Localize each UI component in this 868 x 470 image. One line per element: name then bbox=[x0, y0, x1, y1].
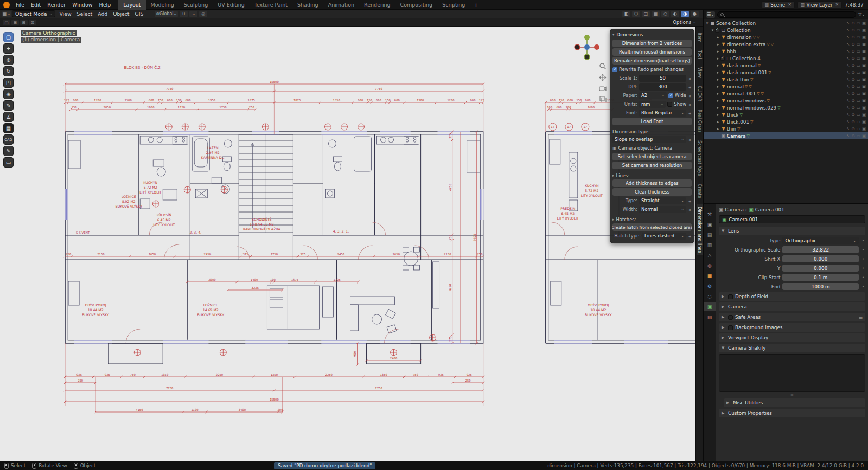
render-disable-icon[interactable]: ▣ bbox=[862, 98, 866, 103]
remake-dimension-button[interactable]: Remake dimension(load settings) bbox=[612, 57, 692, 65]
hide-icon[interactable]: ⊙ bbox=[852, 42, 855, 47]
tab-texture[interactable]: ▨ bbox=[704, 312, 716, 321]
anim-dot-icon[interactable]: • bbox=[861, 285, 865, 289]
lens-type-dropdown[interactable]: Orthographic⌄ bbox=[782, 237, 859, 244]
tab-physics[interactable]: ◌ bbox=[704, 292, 716, 301]
hide-icon[interactable]: ⊙ bbox=[852, 126, 855, 131]
dpi-field[interactable]: 300 bbox=[639, 83, 686, 91]
scale-field[interactable]: 50 bbox=[639, 75, 686, 82]
viewport-menu-add[interactable]: Add bbox=[95, 11, 110, 17]
data-name-field[interactable]: ▣ Camera.001 bbox=[719, 215, 865, 223]
viewport-disable-icon[interactable]: ▭ bbox=[857, 56, 860, 61]
panel-depth-of-field-header[interactable]: ▶Depth of Field☰ bbox=[719, 292, 865, 301]
tool-add-cube[interactable]: ▦ bbox=[3, 123, 14, 133]
selectable-icon[interactable]: ↖ bbox=[846, 98, 850, 103]
render-disable-icon[interactable]: ▣ bbox=[862, 112, 866, 117]
selectable-icon[interactable]: ↖ bbox=[846, 42, 850, 47]
selectable-icon[interactable]: ↖ bbox=[846, 70, 850, 75]
wide-checkbox[interactable] bbox=[668, 93, 673, 98]
units-dropdown[interactable]: mm⌄ bbox=[639, 101, 666, 108]
mode-dropdown[interactable]: Object Mode ⌄ bbox=[12, 10, 55, 17]
render-disable-icon[interactable]: ▣ bbox=[862, 84, 866, 89]
expander-icon[interactable]: ▸ bbox=[716, 78, 720, 82]
shading-wireframe-icon[interactable]: ○ bbox=[661, 11, 669, 17]
selectable-icon[interactable]: ↖ bbox=[846, 35, 850, 40]
tab-scene[interactable]: △ bbox=[704, 250, 716, 260]
menu-edit[interactable]: Edit bbox=[28, 0, 44, 10]
show-checkbox[interactable] bbox=[667, 102, 672, 107]
viewport-disable-icon[interactable]: ▭ bbox=[857, 28, 860, 33]
viewport-disable-icon[interactable]: ▭ bbox=[857, 35, 860, 40]
perspective-toggle-icon[interactable] bbox=[599, 95, 607, 102]
workspace-tab-animation[interactable]: Animation bbox=[323, 0, 359, 10]
render-disable-icon[interactable]: ▣ bbox=[862, 28, 866, 33]
panel-camera-shakify-header[interactable]: ▼Camera Shakify bbox=[719, 344, 865, 352]
ortho-scale-field[interactable]: 32.822 bbox=[782, 246, 859, 253]
tool-transform[interactable]: ◈ bbox=[3, 89, 14, 99]
workspace-tab-scripting[interactable]: Scripting bbox=[437, 0, 470, 10]
filter-icon[interactable]: ▽⌄ bbox=[858, 12, 865, 17]
render-disable-icon[interactable]: ▣ bbox=[862, 133, 866, 138]
expander-icon[interactable]: ▸ bbox=[716, 127, 720, 131]
workspace-tab-uv-editing[interactable]: UV Editing bbox=[213, 0, 250, 10]
tool-mode-int-icon[interactable]: ⊡ bbox=[29, 20, 36, 25]
render-disable-icon[interactable]: ▣ bbox=[862, 49, 866, 54]
outliner-row-collection[interactable]: ▾▢Collection↖⊙▭▣ bbox=[704, 27, 868, 34]
outliner-row-thick-001[interactable]: ▸▼thick.001▽↖⊙▭▣ bbox=[704, 118, 868, 125]
view-layer-unlink-icon[interactable]: ✕ bbox=[835, 2, 839, 7]
clip-start-field[interactable]: 0.1 m bbox=[782, 274, 859, 281]
font-dropdown[interactable]: Bfont Regular⌄ bbox=[639, 110, 686, 117]
viewport-disable-icon[interactable]: ▭ bbox=[857, 49, 860, 54]
anim-dot-icon[interactable]: • bbox=[861, 266, 865, 271]
expander-icon[interactable]: ▸ bbox=[716, 56, 720, 61]
dimension-type-dropdown[interactable]: Slope no overlap⌄ bbox=[612, 136, 686, 143]
workspace-tab-layout[interactable]: Layout bbox=[118, 0, 145, 10]
hide-icon[interactable]: ⊙ bbox=[852, 35, 855, 40]
line-width-dropdown[interactable]: Normal⌄ bbox=[639, 206, 686, 213]
viewport-disable-icon[interactable]: ▭ bbox=[857, 91, 860, 96]
tab-data-camera[interactable]: ▣ bbox=[704, 302, 716, 311]
move-view-icon[interactable] bbox=[599, 74, 607, 81]
zoom-icon[interactable] bbox=[599, 62, 607, 70]
outliner-row-thin[interactable]: ▸▼thin▽↖⊙▭▣ bbox=[704, 125, 868, 132]
selectable-icon[interactable]: ↖ bbox=[846, 28, 850, 33]
collapse-icon[interactable]: ▾ bbox=[612, 33, 615, 37]
sidebar-tab-tool[interactable]: Tool bbox=[697, 48, 703, 62]
hide-icon[interactable]: ⊙ bbox=[852, 133, 855, 138]
outliner-search-input[interactable] bbox=[717, 11, 856, 18]
tool-annotate[interactable]: ✎ bbox=[3, 100, 14, 111]
outliner-row-dash-normal-001[interactable]: ▸▼dash normal.001▽↖⊙▭▣ bbox=[704, 69, 868, 76]
navigation-gizmo[interactable] bbox=[572, 32, 602, 63]
sidebar-tab-item[interactable]: Item bbox=[697, 30, 703, 45]
background-images-checkbox[interactable] bbox=[728, 325, 733, 330]
outliner-row-normal-windows[interactable]: ▸▼normal windows▽↖⊙▭▣ bbox=[704, 97, 868, 104]
panel-misc-utilities-header[interactable]: ▶Misc Utilities bbox=[724, 398, 865, 407]
render-disable-icon[interactable]: ▣ bbox=[862, 119, 866, 124]
menu-help[interactable]: Help bbox=[96, 0, 114, 10]
tool-mode-new-icon[interactable]: ⊞ bbox=[11, 20, 19, 25]
line-type-dropdown[interactable]: Straight⌄ bbox=[639, 197, 686, 204]
expander-icon[interactable]: ▸ bbox=[716, 63, 720, 68]
panel-menu-icon[interactable]: ☰ bbox=[859, 294, 863, 299]
selectable-icon[interactable]: ↖ bbox=[846, 105, 850, 110]
expander-icon[interactable]: ▾ bbox=[710, 28, 715, 33]
tab-tool[interactable]: ⚒ bbox=[704, 209, 716, 218]
viewport-disable-icon[interactable]: ▭ bbox=[857, 105, 860, 110]
hide-icon[interactable]: ⊙ bbox=[852, 28, 855, 33]
selectable-icon[interactable]: ↖ bbox=[846, 49, 850, 54]
outliner-row-thick[interactable]: ▸▼thick▽↖⊙▭▣ bbox=[704, 111, 868, 118]
workspace-tab-rendering[interactable]: Rendering bbox=[359, 0, 395, 10]
viewport-disable-icon[interactable]: ▭ bbox=[857, 98, 860, 103]
hide-icon[interactable]: ⊙ bbox=[852, 91, 855, 96]
hide-icon[interactable]: ⊙ bbox=[852, 112, 855, 117]
xray-icon[interactable]: ▦ bbox=[652, 11, 660, 17]
hide-icon[interactable]: ⊙ bbox=[852, 56, 855, 61]
set-selected-camera-button[interactable]: Set selected object as camera bbox=[612, 153, 692, 160]
blender-logo-icon[interactable] bbox=[3, 2, 10, 8]
create-hatch-button[interactable]: Create hatch from selected closed area bbox=[612, 223, 692, 231]
render-disable-icon[interactable]: ▣ bbox=[862, 105, 866, 110]
shift-x-field[interactable]: 0.000 bbox=[782, 255, 859, 262]
panel-safe-areas-header[interactable]: ▶Safe Areas☰ bbox=[719, 313, 865, 321]
tool-select-box[interactable]: ▢ bbox=[3, 32, 14, 42]
expander-icon[interactable]: ▸ bbox=[716, 70, 720, 75]
